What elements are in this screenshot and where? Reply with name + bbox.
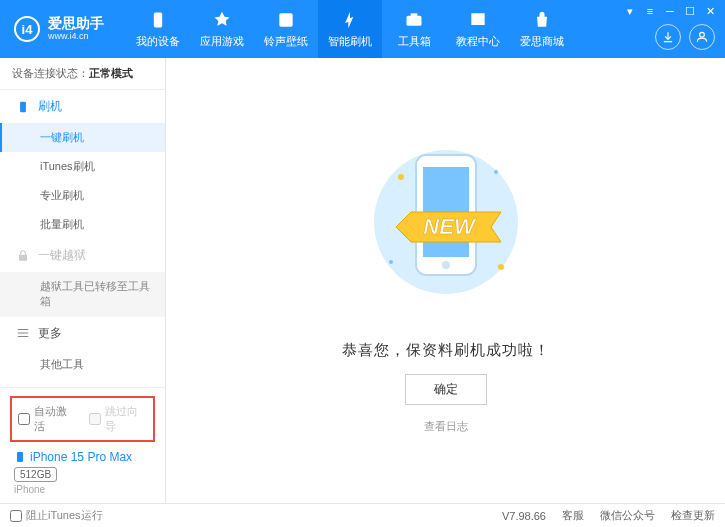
window-controls: ▾ ≡ ─ ☐ ✕ xyxy=(623,4,717,18)
site-url: www.i4.cn xyxy=(48,32,104,42)
svg-rect-6 xyxy=(19,254,27,260)
sidebar-item-oneclick-flash[interactable]: 一键刷机 xyxy=(0,123,165,152)
main-content: NEW 恭喜您，保资料刷机成功啦！ 确定 查看日志 xyxy=(166,58,725,503)
sidebar-item-batch-flash[interactable]: 批量刷机 xyxy=(0,210,165,239)
svg-point-4 xyxy=(700,32,705,37)
connection-status: 设备连接状态：正常模式 xyxy=(0,58,165,90)
footer-wechat[interactable]: 微信公众号 xyxy=(600,508,655,523)
logo-icon: i4 xyxy=(14,16,40,42)
block-itunes-checkbox[interactable]: 阻止iTunes运行 xyxy=(10,508,103,523)
settings-icon[interactable]: ≡ xyxy=(643,4,657,18)
svg-point-13 xyxy=(494,170,498,174)
nav-flash[interactable]: 智能刷机 xyxy=(318,0,382,58)
footer: 阻止iTunes运行 V7.98.66 客服 微信公众号 检查更新 xyxy=(0,503,725,527)
sidebar-item-download-firmware[interactable]: 下载固件 xyxy=(0,379,165,387)
logo: i4 爱思助手 www.i4.cn xyxy=(0,16,118,42)
version-label: V7.98.66 xyxy=(502,510,546,522)
sidebar-section-more[interactable]: 更多 xyxy=(0,317,165,350)
success-message: 恭喜您，保资料刷机成功啦！ xyxy=(342,341,550,360)
device-type: iPhone xyxy=(14,484,151,495)
nav-toolbox[interactable]: 工具箱 xyxy=(382,0,446,58)
menu-icon[interactable]: ▾ xyxy=(623,4,637,18)
sidebar-item-pro-flash[interactable]: 专业刷机 xyxy=(0,181,165,210)
svg-point-11 xyxy=(442,261,450,269)
sidebar-item-other-tools[interactable]: 其他工具 xyxy=(0,350,165,379)
nav-tutorials[interactable]: 教程中心 xyxy=(446,0,510,58)
svg-rect-5 xyxy=(20,101,26,112)
sidebar: 设备连接状态：正常模式 刷机 一键刷机 iTunes刷机 专业刷机 批量刷机 一… xyxy=(0,58,166,503)
sidebar-item-itunes-flash[interactable]: iTunes刷机 xyxy=(0,152,165,181)
svg-rect-7 xyxy=(17,452,23,462)
new-badge-text: NEW xyxy=(423,214,477,239)
device-name[interactable]: iPhone 15 Pro Max xyxy=(14,450,151,464)
top-nav: 我的设备 应用游戏 铃声壁纸 智能刷机 工具箱 教程中心 爱思商城 xyxy=(126,0,574,58)
user-button[interactable] xyxy=(689,24,715,50)
svg-rect-1 xyxy=(279,13,292,26)
minimize-icon[interactable]: ─ xyxy=(663,4,677,18)
svg-rect-0 xyxy=(154,12,162,27)
footer-update[interactable]: 检查更新 xyxy=(671,508,715,523)
nav-my-device[interactable]: 我的设备 xyxy=(126,0,190,58)
view-log-link[interactable]: 查看日志 xyxy=(424,419,468,434)
maximize-icon[interactable]: ☐ xyxy=(683,4,697,18)
nav-apps[interactable]: 应用游戏 xyxy=(190,0,254,58)
svg-rect-2 xyxy=(407,15,422,25)
sidebar-section-jailbreak: 一键越狱 xyxy=(0,239,165,272)
sidebar-section-flash[interactable]: 刷机 xyxy=(0,90,165,123)
storage-badge: 512GB xyxy=(14,467,57,482)
download-button[interactable] xyxy=(655,24,681,50)
sidebar-jailbreak-note[interactable]: 越狱工具已转移至工具箱 xyxy=(0,272,165,317)
ok-button[interactable]: 确定 xyxy=(405,374,487,405)
auto-activate-checkbox[interactable]: 自动激活 xyxy=(18,404,77,434)
nav-store[interactable]: 爱思商城 xyxy=(510,0,574,58)
titlebar: i4 爱思助手 www.i4.cn 我的设备 应用游戏 铃声壁纸 智能刷机 工具… xyxy=(0,0,725,58)
footer-support[interactable]: 客服 xyxy=(562,508,584,523)
options-highlight-box: 自动激活 跳过向导 xyxy=(10,396,155,442)
app-name: 爱思助手 xyxy=(48,16,104,31)
nav-ringtones[interactable]: 铃声壁纸 xyxy=(254,0,318,58)
svg-point-12 xyxy=(398,174,404,180)
svg-point-14 xyxy=(498,264,504,270)
skip-guide-checkbox[interactable]: 跳过向导 xyxy=(89,404,148,434)
success-illustration: NEW xyxy=(371,127,521,327)
svg-rect-3 xyxy=(411,13,418,16)
device-info: iPhone 15 Pro Max 512GB iPhone xyxy=(10,450,155,495)
svg-point-15 xyxy=(389,260,393,264)
close-icon[interactable]: ✕ xyxy=(703,4,717,18)
